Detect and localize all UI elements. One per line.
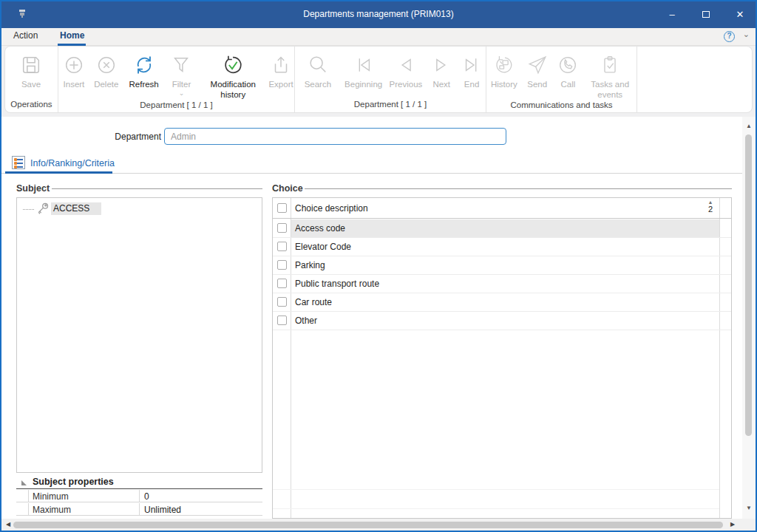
scroll-right-icon[interactable]: ▶ (730, 521, 735, 528)
subject-section-title: Subject (16, 183, 50, 194)
grid-line (273, 489, 719, 490)
subject-properties-title: Subject properties (33, 477, 114, 487)
history-icon (493, 50, 515, 80)
export-icon (270, 50, 292, 80)
maximize-button[interactable] (689, 0, 723, 28)
menubar: Action Home ? ⌄ (0, 28, 757, 46)
row-checkbox[interactable] (277, 223, 287, 233)
scroll-down-icon[interactable]: ▼ (742, 505, 756, 511)
vertical-scrollbar[interactable]: ▲ ▼ (742, 117, 756, 519)
tasks-and-events-button[interactable]: Tasks and events (583, 50, 637, 100)
modification-history-icon (222, 50, 244, 80)
app-window: Departments management (PRIM013) – ✕ Act… (0, 0, 757, 532)
table-row[interactable]: Parking (273, 256, 731, 275)
table-row[interactable]: Public transport route (273, 275, 731, 293)
scroll-left-icon[interactable]: ◀ (6, 521, 10, 528)
insert-icon (63, 50, 85, 80)
property-value: Unlimited (144, 505, 181, 515)
row-checkbox[interactable] (277, 260, 287, 270)
ribbon-group-department-2: Search Beginning (295, 47, 486, 112)
call-button[interactable]: Call (553, 50, 584, 100)
property-row-maximum[interactable]: Maximum Unlimited (16, 503, 262, 516)
export-button[interactable]: Export (268, 50, 294, 100)
choice-section-line (305, 188, 732, 189)
help-icon[interactable]: ? (724, 31, 735, 42)
property-name: Minimum (33, 491, 69, 502)
table-row[interactable]: Access code (273, 219, 731, 238)
previous-button[interactable]: Previous (387, 50, 426, 100)
scroll-up-icon[interactable]: ▲ (742, 123, 756, 129)
property-name: Maximum (33, 505, 71, 515)
next-button[interactable]: Next (425, 50, 458, 100)
table-row[interactable]: Other (273, 312, 731, 330)
modification-history-button[interactable]: Modification history (198, 50, 268, 100)
subject-properties-header[interactable]: Subject properties (16, 477, 262, 489)
save-button[interactable]: Save (5, 50, 57, 100)
row-label: Public transport route (295, 279, 379, 289)
horizontal-scrollbar[interactable]: ◀ ▶ (1, 519, 742, 531)
skip-to-start-icon (353, 50, 374, 80)
refresh-button[interactable]: Refresh (123, 50, 165, 100)
selected-row-highlight (291, 219, 719, 237)
department-label: Department (74, 132, 161, 142)
history-button[interactable]: History (486, 50, 522, 100)
info-tab-icon (12, 156, 25, 169)
row-checkbox[interactable] (277, 279, 287, 288)
row-label: Other (295, 316, 317, 326)
row-label: Elevator Code (295, 242, 351, 252)
insert-button[interactable]: Insert (58, 50, 89, 100)
row-label: Parking (295, 260, 325, 270)
delete-button[interactable]: Delete (89, 50, 123, 100)
search-button[interactable]: Search (295, 50, 341, 100)
select-all-checkbox[interactable] (277, 203, 287, 213)
table-row[interactable]: Elevator Code (273, 238, 731, 256)
property-value: 0 (144, 491, 149, 502)
row-label: Car route (295, 297, 332, 307)
tree-item-access[interactable]: ACCESS (51, 202, 101, 215)
delete-icon (95, 50, 118, 80)
group-caption: Operations (5, 100, 58, 112)
close-button[interactable]: ✕ (723, 0, 757, 28)
next-icon (431, 50, 452, 80)
scrollbar-corner (742, 519, 756, 531)
menu-tab-home[interactable]: Home (60, 30, 84, 41)
skip-to-end-icon (461, 50, 482, 80)
row-checkbox[interactable] (277, 316, 287, 325)
vertical-scrollbar-thumb[interactable] (745, 134, 752, 436)
row-checkbox[interactable] (277, 297, 287, 307)
filter-button[interactable]: Filter ⌄ (165, 50, 199, 100)
ribbon-group-operations: Save Operations (5, 47, 58, 112)
sort-indicator[interactable]: ▲ 2 (705, 200, 716, 214)
choice-table-header[interactable]: Choice description ▲ 2 (273, 198, 731, 219)
subject-section-line (52, 188, 262, 189)
call-icon (557, 50, 579, 80)
row-checkbox[interactable] (277, 242, 287, 251)
horizontal-scrollbar-thumb[interactable] (13, 522, 723, 528)
sort-order-badge: 2 (705, 205, 716, 214)
department-input[interactable] (164, 128, 506, 145)
ribbon-group-department-1: Insert Delete (58, 47, 295, 112)
tab-info-ranking-criteria[interactable]: Info/Ranking/Criteria (30, 158, 115, 168)
ribbon-card: Save Operations Insert (4, 46, 753, 113)
chevron-down-icon[interactable]: ⌄ (743, 30, 750, 39)
choice-section-title: Choice (272, 183, 303, 194)
minimize-button[interactable]: – (655, 0, 689, 28)
tree-connector (23, 209, 34, 210)
group-caption: Communications and tasks (486, 100, 637, 113)
table-row[interactable]: Car route (273, 293, 731, 312)
tasks-and-events-icon (599, 50, 621, 80)
key-icon (35, 202, 50, 219)
refresh-icon (133, 50, 155, 80)
choice-table: Choice description ▲ 2 Access code Eleva… (272, 197, 732, 519)
group-caption: Department [ 1 / 1 ] (295, 100, 486, 112)
property-row-minimum[interactable]: Minimum 0 (16, 490, 262, 502)
subject-tree: ACCESS (16, 197, 262, 473)
beginning-button[interactable]: Beginning (341, 50, 387, 100)
active-page-tab-underline (5, 171, 112, 174)
send-button[interactable]: Send (522, 50, 553, 100)
titlebar: Departments management (PRIM013) – ✕ (0, 0, 757, 28)
group-caption: Department [ 1 / 1 ] (58, 100, 294, 113)
end-button[interactable]: End (458, 50, 486, 100)
menu-tab-action[interactable]: Action (13, 30, 38, 41)
filter-icon (170, 50, 192, 80)
